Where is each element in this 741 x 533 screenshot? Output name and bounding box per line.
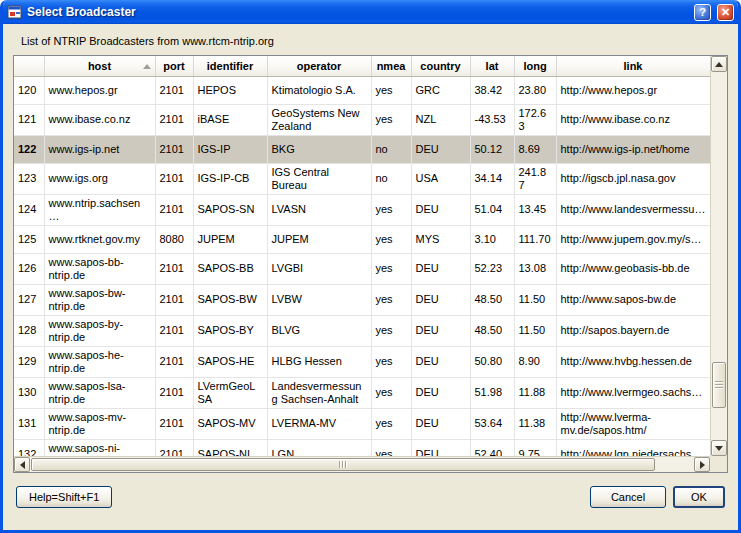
cell-country[interactable]: DEU bbox=[411, 135, 470, 163]
col-header-link[interactable]: link bbox=[556, 56, 710, 76]
cell-link[interactable]: http://igscb.jpl.nasa.gov bbox=[556, 163, 710, 194]
cell-port[interactable]: 2101 bbox=[155, 135, 193, 163]
titlebar-close-button[interactable]: ✕ bbox=[717, 4, 734, 21]
vertical-scrollbar[interactable] bbox=[710, 56, 727, 456]
cell-lat[interactable]: 38.42 bbox=[470, 76, 514, 104]
cell-port[interactable]: 2101 bbox=[155, 346, 193, 377]
cell-link[interactable]: http://www.sapos-bw.de bbox=[556, 284, 710, 315]
cell-operator[interactable]: IGS Central Bureau bbox=[267, 163, 371, 194]
cell-host[interactable]: www.igs.org bbox=[44, 163, 155, 194]
scroll-right-button[interactable] bbox=[694, 457, 710, 472]
cell-nmea[interactable]: yes bbox=[371, 76, 411, 104]
cell-port[interactable]: 2101 bbox=[155, 194, 193, 225]
titlebar[interactable]: Select Broadcaster ? ✕ bbox=[3, 0, 738, 24]
cell-lat[interactable]: 50.12 bbox=[470, 135, 514, 163]
cell-link[interactable]: http://www.geobasis-bb.de bbox=[556, 253, 710, 284]
cell-port[interactable]: 8080 bbox=[155, 225, 193, 253]
cell-lat[interactable]: 50.80 bbox=[470, 346, 514, 377]
cell-nmea[interactable]: yes bbox=[371, 346, 411, 377]
cell-nmea[interactable]: yes bbox=[371, 225, 411, 253]
cell-link[interactable]: http://www.ibase.co.nz bbox=[556, 104, 710, 135]
cell-identifier[interactable]: SAPOS-MV bbox=[193, 408, 267, 439]
cell-num[interactable]: 121 bbox=[14, 104, 44, 135]
table-row[interactable]: 125www.rtknet.gov.my8080JUPEMJUPEMyesMYS… bbox=[14, 225, 710, 253]
cell-country[interactable]: MYS bbox=[411, 225, 470, 253]
titlebar-help-button[interactable]: ? bbox=[694, 4, 711, 21]
cell-lat[interactable]: 53.64 bbox=[470, 408, 514, 439]
cell-host[interactable]: www.ibase.co.nz bbox=[44, 104, 155, 135]
col-header-long[interactable]: long bbox=[514, 56, 556, 76]
cell-operator[interactable]: BLVG bbox=[267, 315, 371, 346]
cell-port[interactable]: 2101 bbox=[155, 439, 193, 456]
col-header-port[interactable]: port bbox=[155, 56, 193, 76]
cell-country[interactable]: DEU bbox=[411, 346, 470, 377]
cell-num[interactable]: 125 bbox=[14, 225, 44, 253]
cell-link[interactable]: http://www.lgn.niedersachs… bbox=[556, 439, 710, 456]
cell-country[interactable]: DEU bbox=[411, 315, 470, 346]
cell-num[interactable]: 129 bbox=[14, 346, 44, 377]
col-header-operator[interactable]: operator bbox=[267, 56, 371, 76]
cell-identifier[interactable]: IGS-IP-CB bbox=[193, 163, 267, 194]
cell-operator[interactable]: LVGBI bbox=[267, 253, 371, 284]
cell-port[interactable]: 2101 bbox=[155, 408, 193, 439]
cell-port[interactable]: 2101 bbox=[155, 377, 193, 408]
cell-lat[interactable]: 48.50 bbox=[470, 284, 514, 315]
cell-identifier[interactable]: SAPOS-HE bbox=[193, 346, 267, 377]
table-row[interactable]: 126www.sapos-bb-ntrip.de2101SAPOS-BBLVGB… bbox=[14, 253, 710, 284]
table-row[interactable]: 132www.sapos-ni-ntrip.de2101SAPOS-NILGNy… bbox=[14, 439, 710, 456]
cell-num[interactable]: 131 bbox=[14, 408, 44, 439]
cell-host[interactable]: www.sapos-mv-ntrip.de bbox=[44, 408, 155, 439]
cell-country[interactable]: DEU bbox=[411, 194, 470, 225]
horizontal-scrollbar[interactable] bbox=[14, 456, 710, 472]
cell-operator[interactable]: HLBG Hessen bbox=[267, 346, 371, 377]
vertical-scroll-thumb[interactable] bbox=[712, 362, 726, 408]
cell-lat[interactable]: 52.23 bbox=[470, 253, 514, 284]
cell-lat[interactable]: 3.10 bbox=[470, 225, 514, 253]
cell-operator[interactable]: Landesvermessung Sachsen-Anhalt bbox=[267, 377, 371, 408]
cell-num[interactable]: 123 bbox=[14, 163, 44, 194]
cell-link[interactable]: http://www.landesvermessu… bbox=[556, 194, 710, 225]
col-header-identifier[interactable]: identifier bbox=[193, 56, 267, 76]
cell-host[interactable]: www.sapos-ni-ntrip.de bbox=[44, 439, 155, 456]
help-button[interactable]: Help=Shift+F1 bbox=[16, 486, 112, 508]
cell-long[interactable]: 8.90 bbox=[514, 346, 556, 377]
table-row[interactable]: 124www.ntrip.sachsen…2101SAPOS-SNLVASNye… bbox=[14, 194, 710, 225]
cell-identifier[interactable]: SAPOS-SN bbox=[193, 194, 267, 225]
scroll-up-button[interactable] bbox=[711, 56, 727, 72]
cell-lat[interactable]: 52.40 bbox=[470, 439, 514, 456]
ok-button[interactable]: OK bbox=[673, 486, 725, 508]
cell-operator[interactable]: BKG bbox=[267, 135, 371, 163]
cell-identifier[interactable]: SAPOS-NI bbox=[193, 439, 267, 456]
cell-nmea[interactable]: no bbox=[371, 135, 411, 163]
cell-long[interactable]: 111.70 bbox=[514, 225, 556, 253]
cell-num[interactable]: 128 bbox=[14, 315, 44, 346]
cell-long[interactable]: 8.69 bbox=[514, 135, 556, 163]
cell-identifier[interactable]: IGS-IP bbox=[193, 135, 267, 163]
cell-num[interactable]: 130 bbox=[14, 377, 44, 408]
cell-num[interactable]: 122 bbox=[14, 135, 44, 163]
cell-identifier[interactable]: HEPOS bbox=[193, 76, 267, 104]
horizontal-scroll-track[interactable] bbox=[30, 457, 694, 472]
cell-long[interactable]: 11.50 bbox=[514, 315, 556, 346]
col-header-country[interactable]: country bbox=[411, 56, 470, 76]
cell-link[interactable]: http://www.hepos.gr bbox=[556, 76, 710, 104]
cell-nmea[interactable]: yes bbox=[371, 284, 411, 315]
cell-lat[interactable]: 48.50 bbox=[470, 315, 514, 346]
table-row[interactable]: 129www.sapos-he-ntrip.de2101SAPOS-HEHLBG… bbox=[14, 346, 710, 377]
cell-country[interactable]: DEU bbox=[411, 377, 470, 408]
cell-operator[interactable]: GeoSystems New Zealand bbox=[267, 104, 371, 135]
cell-host[interactable]: www.rtknet.gov.my bbox=[44, 225, 155, 253]
table-row[interactable]: 123www.igs.org2101IGS-IP-CBIGS Central B… bbox=[14, 163, 710, 194]
table-row[interactable]: 131www.sapos-mv-ntrip.de2101SAPOS-MVLVER… bbox=[14, 408, 710, 439]
cell-lat[interactable]: 51.98 bbox=[470, 377, 514, 408]
cell-country[interactable]: USA bbox=[411, 163, 470, 194]
table-row[interactable]: 127www.sapos-bw-ntrip.de2101SAPOS-BWLVBW… bbox=[14, 284, 710, 315]
cell-num[interactable]: 126 bbox=[14, 253, 44, 284]
cell-host[interactable]: www.igs-ip.net bbox=[44, 135, 155, 163]
table-row[interactable]: 122www.igs-ip.net2101IGS-IPBKGnoDEU50.12… bbox=[14, 135, 710, 163]
cell-long[interactable]: 23.80 bbox=[514, 76, 556, 104]
col-header-nmea[interactable]: nmea bbox=[371, 56, 411, 76]
cell-link[interactable]: http://www.igs-ip.net/home bbox=[556, 135, 710, 163]
cell-long[interactable]: 9.75 bbox=[514, 439, 556, 456]
cell-identifier[interactable]: iBASE bbox=[193, 104, 267, 135]
